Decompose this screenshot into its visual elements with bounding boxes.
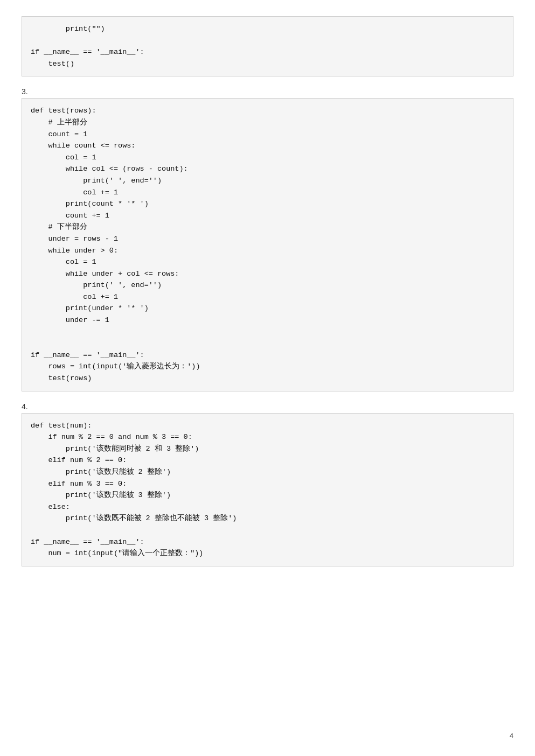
section-3-number: 3. — [22, 87, 513, 96]
section-4-number: 4. — [22, 402, 513, 411]
section-3-code-block: def test(rows): # 上半部分 count = 1 while c… — [22, 98, 513, 391]
top-code-block: print("") if __name__ == '__main__': tes… — [22, 16, 513, 76]
page-number: 4 — [510, 732, 513, 740]
section-4-code-block: def test(num): if num % 2 == 0 and num %… — [22, 413, 513, 566]
